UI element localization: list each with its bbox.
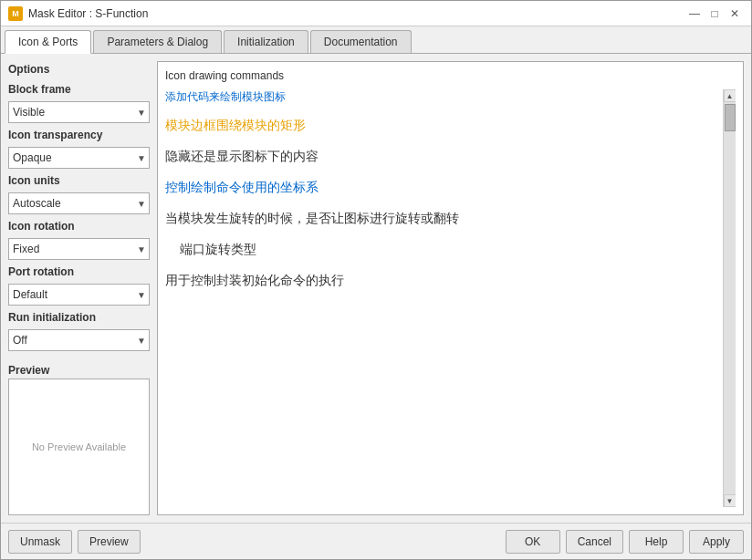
scroll-up-arrow[interactable]: ▲ (724, 89, 736, 102)
help-item-black-5: 用于控制封装初始化命令的执行 (165, 273, 723, 289)
cancel-button[interactable]: Cancel (566, 530, 623, 554)
footer-left: Unmask Preview (8, 530, 141, 554)
app-icon: M (8, 6, 23, 21)
unmask-button[interactable]: Unmask (8, 530, 72, 554)
title-controls: — □ ✕ (685, 5, 744, 23)
apply-button[interactable]: Apply (689, 530, 744, 554)
icon-rotation-dropdown[interactable]: Fixed Rotates (8, 238, 150, 260)
icon-transparency-label: Icon transparency (8, 127, 150, 143)
scrollbar-right[interactable]: ▲ ▼ (723, 89, 736, 507)
main-content: Options Block frame Visible Invisible ▼ … (1, 54, 751, 523)
preview-section: Preview No Preview Available (8, 362, 150, 515)
tab-parameters-dialog[interactable]: Parameters & Dialog (93, 30, 222, 53)
scroll-track[interactable] (724, 102, 736, 494)
port-rotation-label: Port rotation (8, 264, 150, 280)
run-initialization-container: Off On ▼ (8, 329, 150, 351)
close-button[interactable]: ✕ (726, 5, 744, 23)
help-button[interactable]: Help (629, 530, 684, 554)
title-bar: M Mask Editor : S-Function — □ ✕ (1, 1, 751, 26)
add-code-link[interactable]: 添加代码来绘制模块图标 (165, 89, 286, 105)
help-item-1: 隐藏还是显示图标下的内容 (165, 149, 723, 165)
scroll-thumb[interactable] (725, 104, 736, 131)
port-rotation-container: Default Physical ▼ (8, 284, 150, 306)
scroll-down-arrow[interactable]: ▼ (724, 494, 736, 507)
help-item-indent-4: 端口旋转类型 (165, 242, 723, 258)
block-frame-label: Block frame (8, 81, 150, 98)
tab-initialization[interactable]: Initialization (224, 30, 308, 53)
help-item-2: 控制绘制命令使用的坐标系 (165, 180, 723, 196)
tab-documentation[interactable]: Documentation (310, 30, 412, 53)
help-item-orange-0: 模块边框围绕模块的矩形 (165, 118, 723, 134)
tab-bar: Icon & Ports Parameters & Dialog Initial… (1, 26, 751, 54)
block-frame-container: Visible Invisible ▼ (8, 101, 150, 123)
preview-label: Preview (8, 362, 150, 379)
right-content-wrapper: 添加代码来绘制模块图标 模块边框围绕模块的矩形 隐藏还是显示图标下的内容 控制绘… (165, 89, 736, 507)
right-panel-header: Icon drawing commands (165, 69, 736, 82)
port-rotation-dropdown[interactable]: Default Physical (8, 284, 150, 306)
run-initialization-label: Run initialization (8, 309, 150, 326)
preview-button[interactable]: Preview (78, 530, 141, 554)
icon-units-container: Autoscale Normalized Pixel ▼ (8, 192, 150, 214)
block-frame-dropdown[interactable]: Visible Invisible (8, 101, 150, 123)
right-panel: Icon drawing commands 添加代码来绘制模块图标 模块边框围绕… (157, 61, 744, 515)
preview-box: No Preview Available (8, 379, 150, 515)
maximize-button[interactable]: □ (705, 5, 724, 23)
window-title: Mask Editor : S-Function (28, 7, 148, 20)
run-initialization-dropdown[interactable]: Off On (8, 329, 150, 351)
help-item-black-3: 当模块发生旋转的时候，是否让图标进行旋转或翻转 (165, 211, 723, 227)
footer-right: OK Cancel Help Apply (506, 530, 744, 554)
help-item-black-1: 隐藏还是显示图标下的内容 (165, 149, 723, 165)
icon-units-label: Icon units (8, 172, 150, 189)
help-item-4: 端口旋转类型 (165, 242, 723, 258)
main-window: M Mask Editor : S-Function — □ ✕ Icon & … (0, 0, 752, 560)
icon-transparency-container: Opaque Transparent ▼ (8, 147, 150, 169)
no-preview-text: No Preview Available (32, 441, 126, 452)
help-item-5: 用于控制封装初始化命令的执行 (165, 273, 723, 289)
minimize-button[interactable]: — (685, 5, 704, 23)
title-bar-left: M Mask Editor : S-Function (8, 6, 148, 21)
icon-transparency-dropdown[interactable]: Opaque Transparent (8, 147, 150, 169)
tab-icon-ports[interactable]: Icon & Ports (5, 30, 91, 54)
left-panel: Options Block frame Visible Invisible ▼ … (8, 61, 150, 515)
help-item-blue-2: 控制绘制命令使用的坐标系 (165, 180, 723, 196)
help-item-3: 当模块发生旋转的时候，是否让图标进行旋转或翻转 (165, 211, 723, 227)
options-label: Options (8, 61, 150, 78)
icon-rotation-container: Fixed Rotates ▼ (8, 238, 150, 260)
icon-rotation-label: Icon rotation (8, 218, 150, 234)
icon-units-dropdown[interactable]: Autoscale Normalized Pixel (8, 192, 150, 214)
help-item-0: 模块边框围绕模块的矩形 (165, 118, 723, 134)
footer: Unmask Preview OK Cancel Help Apply (1, 523, 751, 559)
right-scrollable: 添加代码来绘制模块图标 模块边框围绕模块的矩形 隐藏还是显示图标下的内容 控制绘… (165, 89, 723, 507)
ok-button[interactable]: OK (506, 530, 560, 554)
